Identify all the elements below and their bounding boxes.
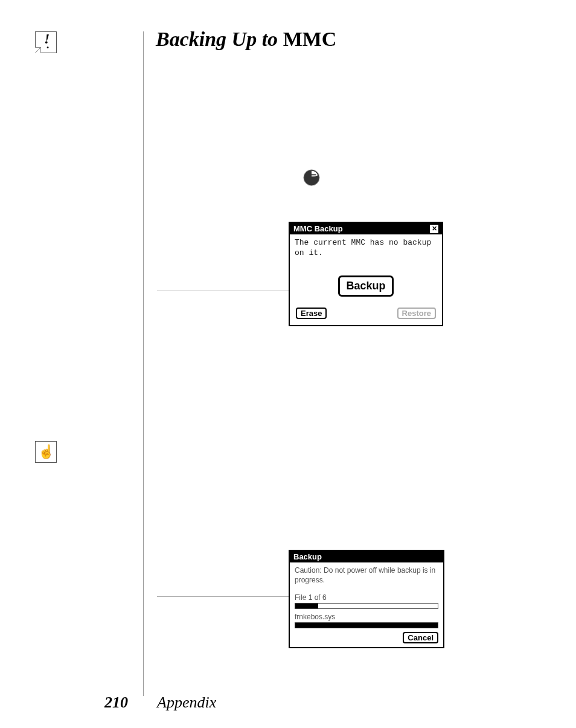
svg-rect-3 [310, 179, 315, 180]
connector-line [157, 291, 290, 291]
dialog-title-text: Backup [293, 552, 322, 561]
backup-progress-dialog: Backup Caution: Do not power off while b… [289, 550, 444, 648]
title-roman: MMC [283, 28, 337, 50]
caution-text: Caution: Do not power off while backup i… [295, 566, 438, 585]
mmc-backup-dialog: MMC Backup ✕ The current MMC has no back… [289, 222, 443, 326]
close-icon[interactable]: ✕ [430, 225, 438, 233]
dialog-titlebar: MMC Backup ✕ [290, 223, 442, 234]
disk-icon [302, 169, 321, 187]
svg-rect-2 [310, 176, 316, 178]
warning-note-icon [35, 31, 57, 53]
dialog-title-text: MMC Backup [293, 224, 343, 233]
file-progress [295, 622, 438, 628]
cancel-button[interactable]: Cancel [403, 632, 438, 643]
page-number: 210 [104, 694, 128, 712]
footer-label: Appendix [157, 694, 216, 712]
section-title: Backing Up to MMC [156, 28, 336, 51]
overall-progress [295, 603, 438, 609]
restore-button: Restore [397, 308, 436, 319]
connector-line [157, 596, 289, 597]
dialog-titlebar: Backup [290, 551, 443, 562]
svg-rect-1 [310, 174, 316, 175]
title-italic: Backing Up to [156, 28, 283, 50]
backup-button[interactable]: Backup [338, 275, 393, 297]
vertical-rule [143, 31, 144, 696]
erase-button[interactable]: Erase [296, 308, 327, 319]
file-count: File 1 of 6 [295, 593, 438, 602]
hand-note-icon: ☝ [35, 441, 57, 463]
dialog-message: The current MMC has no backup on it. [295, 238, 437, 259]
current-filename: frnkebos.sys [295, 613, 438, 621]
